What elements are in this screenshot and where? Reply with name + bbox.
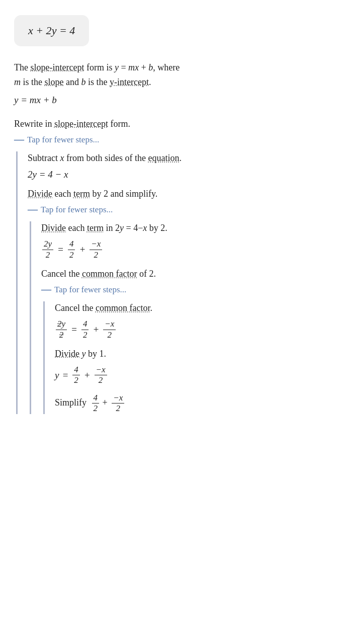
step2a-equation: 2y 2 = 4 2 + −x 2	[41, 239, 330, 260]
step2-title: Divide each term by 2 and simplify.	[28, 187, 330, 201]
equation-text: x + 2y = 4	[28, 24, 75, 37]
step3a-title: Cancel the common factor.	[55, 301, 330, 315]
y-intercept-link[interactable]: y-intercept	[110, 77, 149, 87]
slope-link[interactable]: slope	[45, 77, 64, 87]
step4-title: Divide y by 1.	[55, 347, 330, 361]
step3-title: Cancel the common factor of 2.	[41, 267, 330, 281]
rewrite-label: Rewrite in slope-intercept form.	[14, 117, 330, 131]
common-factor-link1[interactable]: common factor	[82, 269, 137, 279]
step1-result: 2y = 4 − x	[28, 169, 330, 180]
equation-display: x + 2y = 4	[14, 15, 89, 46]
step4-equation: y = 4 2 + −x 2	[55, 365, 330, 386]
frac-strikethrough: 2y 2	[56, 319, 67, 340]
common-factor-link2[interactable]: common factor	[96, 303, 150, 313]
simplify-frac: 4 2	[92, 393, 100, 414]
step1-block: Subtract x from both sides of the equati…	[16, 151, 330, 414]
frac-2y-2: 2y 2	[42, 239, 53, 260]
step3a-block: Cancel the common factor. 2y 2 = 4 2	[43, 301, 330, 414]
tap-fewer-label-1: Tap for fewer steps...	[27, 135, 99, 145]
frac-negx-2b: −x 2	[103, 319, 116, 340]
simplify-label: Simplify 4 2 + −x 2	[55, 393, 330, 414]
step1-title: Subtract x from both sides of the equati…	[28, 151, 330, 165]
term-link1[interactable]: term	[73, 189, 90, 199]
term-link2[interactable]: term	[87, 223, 104, 233]
slope-intercept-link2[interactable]: slope-intercept	[54, 119, 108, 129]
step2a-title: Divide each term in 2y = 4−x by 2.	[41, 221, 330, 235]
tap-fewer-label-2: Tap for fewer steps...	[41, 205, 113, 215]
tap-fewer-steps-3[interactable]: — Tap for fewer steps...	[41, 284, 330, 295]
frac-4-2b: 4 2	[81, 319, 89, 340]
frac-negx-2c: −x 2	[95, 365, 107, 386]
step3a-equation: 2y 2 = 4 2 + −x 2	[55, 319, 330, 340]
frac-4-2: 4 2	[68, 239, 75, 260]
equation-link[interactable]: equation	[148, 153, 179, 163]
divide-link2[interactable]: Divide	[41, 223, 66, 233]
divide-link1[interactable]: Divide	[28, 189, 52, 199]
dash-icon-2: —	[28, 204, 38, 215]
frac-4-2c: 4 2	[72, 365, 80, 386]
step2a-block: Divide each term in 2y = 4−x by 2. 2y 2 …	[30, 221, 330, 414]
formula-ymxb: y = mx + b	[14, 95, 330, 106]
slope-intercept-link[interactable]: slope-intercept	[30, 62, 84, 72]
intro-paragraph: The slope-intercept form is y = mx + b, …	[14, 60, 330, 90]
simplify-frac2: −x 2	[112, 393, 124, 414]
tap-fewer-steps-1[interactable]: — Tap for fewer steps...	[14, 134, 330, 145]
tap-fewer-steps-2[interactable]: — Tap for fewer steps...	[28, 204, 330, 215]
dash-icon-1: —	[14, 134, 24, 145]
divide-link3[interactable]: Divide	[55, 349, 79, 359]
tap-fewer-label-3: Tap for fewer steps...	[54, 285, 126, 295]
frac-negx-2: −x 2	[90, 239, 102, 260]
dash-icon-3: —	[41, 284, 51, 295]
